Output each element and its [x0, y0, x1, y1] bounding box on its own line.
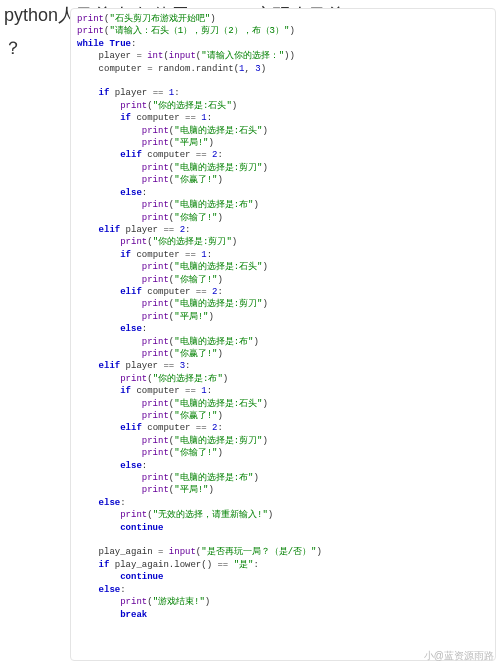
watermark: 小@蓝资源雨路	[424, 649, 494, 663]
code-line: print("你的选择是:石头")	[77, 100, 489, 112]
code-line: print("你的选择是:布")	[77, 373, 489, 385]
code-line: print("你赢了!")	[77, 348, 489, 360]
code-line	[77, 534, 489, 546]
code-line: while True:	[77, 38, 489, 50]
code-line: print("电脑的选择是:石头")	[77, 125, 489, 137]
code-line: print("电脑的选择是:剪刀")	[77, 298, 489, 310]
code-line: if computer == 1:	[77, 249, 489, 261]
code-line: if computer == 1:	[77, 385, 489, 397]
code-line: print("平局!")	[77, 484, 489, 496]
code-line: else:	[77, 497, 489, 509]
code-line: continue	[77, 571, 489, 583]
code-panel: print("石头剪刀布游戏开始吧")print("请输入：石头（1），剪刀（2…	[70, 8, 496, 661]
code-line: print("石头剪刀布游戏开始吧")	[77, 13, 489, 25]
code-line: print("你输了!")	[77, 447, 489, 459]
code-line: print("电脑的选择是:布")	[77, 472, 489, 484]
code-line: print("你的选择是:剪刀")	[77, 236, 489, 248]
code-line: else:	[77, 584, 489, 596]
code-line: print("电脑的选择是:布")	[77, 336, 489, 348]
code-line: player = int(input("请输入你的选择："))	[77, 50, 489, 62]
code-line: print("你输了!")	[77, 212, 489, 224]
code-line: print("你赢了!")	[77, 174, 489, 186]
code-line: print("电脑的选择是:剪刀")	[77, 162, 489, 174]
code-line: play_again = input("是否再玩一局？（是/否）")	[77, 546, 489, 558]
code-line: print("你输了!")	[77, 274, 489, 286]
code-line: continue	[77, 522, 489, 534]
code-line	[77, 75, 489, 87]
code-line: print("电脑的选择是:剪刀")	[77, 435, 489, 447]
code-line: elif computer == 2:	[77, 422, 489, 434]
code-line: print("电脑的选择是:布")	[77, 199, 489, 211]
code-line: break	[77, 609, 489, 621]
code-line: print("游戏结束!")	[77, 596, 489, 608]
code-line: print("平局!")	[77, 311, 489, 323]
code-line: elif player == 2:	[77, 224, 489, 236]
code-line: print("电脑的选择是:石头")	[77, 261, 489, 273]
code-line: if computer == 1:	[77, 112, 489, 124]
code-line: else:	[77, 323, 489, 335]
code-line: if player == 1:	[77, 87, 489, 99]
code-line: print("无效的选择，请重新输入!")	[77, 509, 489, 521]
title-question-mark: ？	[4, 36, 22, 60]
code-line: elif computer == 2:	[77, 149, 489, 161]
code-line: print("电脑的选择是:石头")	[77, 398, 489, 410]
code-line: elif player == 3:	[77, 360, 489, 372]
code-line: print("你赢了!")	[77, 410, 489, 422]
code-line: print("请输入：石头（1），剪刀（2），布（3）")	[77, 25, 489, 37]
code-line: computer = random.randint(1, 3)	[77, 63, 489, 75]
code-block: print("石头剪刀布游戏开始吧")print("请输入：石头（1），剪刀（2…	[77, 13, 489, 621]
code-line: else:	[77, 187, 489, 199]
code-line: if play_again.lower() == "是":	[77, 559, 489, 571]
code-line: elif computer == 2:	[77, 286, 489, 298]
code-line: print("平局!")	[77, 137, 489, 149]
code-line: else:	[77, 460, 489, 472]
